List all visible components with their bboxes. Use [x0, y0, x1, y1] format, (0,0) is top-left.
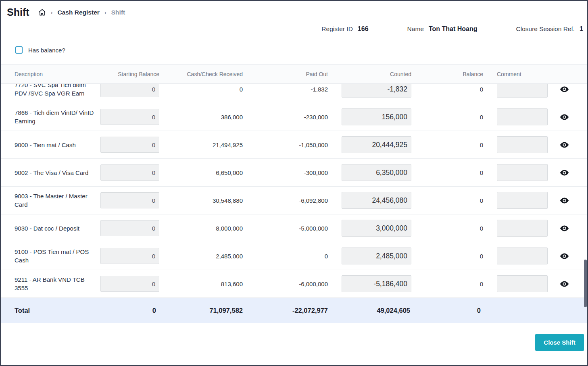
row-balance: 0: [411, 225, 483, 232]
row-description: 7866 - Tich diem VinID/ VinID Earning: [15, 108, 100, 125]
comment-input[interactable]: [497, 275, 548, 292]
view-details-button[interactable]: [559, 225, 569, 232]
table-body: 7720 - SVC Spa Tich diem PDV /SVC Spa VG…: [1, 84, 587, 298]
close-shift-button[interactable]: Close Shift: [535, 334, 584, 351]
starting-balance-input[interactable]: [100, 248, 159, 264]
counted-input[interactable]: [342, 164, 411, 181]
row-paid-out: 0: [243, 253, 328, 260]
table-row: 9100 - POS Tien mat / POS Cash 2,485,000…: [1, 242, 587, 270]
starting-balance-input[interactable]: [100, 276, 159, 292]
row-description: 9002 - The Visa / Visa Card: [15, 168, 100, 177]
comment-input[interactable]: [497, 84, 548, 98]
eye-icon: [560, 86, 569, 92]
col-comment: Comment: [483, 71, 548, 77]
counted-input[interactable]: [342, 247, 411, 264]
filter-row: Has balance?: [1, 37, 587, 64]
eye-icon: [560, 225, 569, 231]
total-cash-check-received: 71,097,582: [159, 307, 243, 314]
name-label: Name: [407, 25, 424, 33]
row-description: 9100 - POS Tien mat / POS Cash: [15, 247, 100, 264]
table-row: 9002 - The Visa / Visa Card 6,650,000 -3…: [1, 159, 587, 187]
table-row: 7720 - SVC Spa Tich diem PDV /SVC Spa VG…: [1, 84, 587, 103]
counted-input[interactable]: [342, 108, 411, 125]
row-balance: 0: [411, 253, 483, 260]
footer: Close Shift: [1, 323, 587, 351]
starting-balance-input[interactable]: [100, 220, 159, 236]
comment-input[interactable]: [497, 164, 548, 181]
row-cash-check-received: 8,000,000: [159, 225, 243, 232]
counted-input[interactable]: [342, 84, 411, 98]
breadcrumb-cash-register[interactable]: Cash Register: [58, 9, 100, 16]
closure-session-value: 1: [580, 25, 583, 33]
counted-input[interactable]: [342, 192, 411, 209]
row-balance: 0: [411, 281, 483, 287]
row-description: 9030 - Dat coc / Deposit: [15, 224, 100, 233]
table-row: 9003 - The Master / Master Card 30,548,8…: [1, 187, 587, 214]
total-starting-balance: 0: [100, 307, 159, 314]
col-paid-out: Paid Out: [243, 71, 328, 77]
titlebar: Shift › Cash Register › Shift: [1, 1, 587, 20]
row-balance: 0: [411, 141, 483, 148]
row-cash-check-received: 30,548,880: [159, 197, 243, 204]
breadcrumb-shift: Shift: [111, 9, 125, 16]
row-balance: 0: [411, 114, 483, 121]
table-row: 7866 - Tich diem VinID/ VinID Earning 38…: [1, 103, 587, 131]
counted-input[interactable]: [342, 275, 411, 292]
breadcrumb-separator-icon: ›: [51, 9, 53, 16]
row-description: 9000 - Tien mat / Cash: [15, 141, 100, 149]
row-paid-out: -1,050,000: [243, 141, 328, 148]
col-cash-check-received: Cash/Check Received: [159, 71, 243, 77]
row-paid-out: -230,000: [243, 114, 328, 121]
closure-session-label: Closure Session Ref.: [516, 25, 575, 33]
starting-balance-input[interactable]: [100, 192, 159, 208]
name-pair: Name Ton That Hoang: [407, 25, 477, 33]
has-balance-label: Has balance?: [28, 47, 65, 54]
breadcrumb-separator-icon: ›: [104, 9, 106, 16]
comment-input[interactable]: [497, 136, 548, 153]
comment-input[interactable]: [497, 192, 548, 209]
view-details-button[interactable]: [559, 113, 569, 121]
register-id-pair: Register ID 166: [321, 25, 368, 33]
counted-input[interactable]: [342, 220, 411, 237]
view-details-button[interactable]: [559, 141, 569, 149]
table-row: 9030 - Dat coc / Deposit 8,000,000 -5,00…: [1, 214, 587, 242]
comment-input[interactable]: [497, 108, 548, 125]
row-cash-check-received: 6,650,000: [159, 169, 243, 176]
starting-balance-input[interactable]: [100, 84, 159, 97]
view-details-button[interactable]: [559, 252, 569, 260]
starting-balance-input[interactable]: [100, 109, 159, 125]
comment-input[interactable]: [497, 220, 548, 237]
row-cash-check-received: 386,000: [159, 114, 243, 121]
view-details-button[interactable]: [559, 85, 569, 93]
row-balance: 0: [411, 197, 483, 204]
vertical-scrollbar-thumb[interactable]: [584, 260, 587, 307]
has-balance-checkbox[interactable]: [15, 46, 23, 54]
eye-icon: [560, 114, 569, 120]
col-starting-balance: Starting Balance: [100, 71, 159, 77]
row-balance: 0: [411, 86, 483, 93]
view-details-button[interactable]: [559, 169, 569, 177]
col-counted: Counted: [328, 71, 411, 77]
table-header: Description Starting Balance Cash/Check …: [1, 64, 587, 84]
home-icon[interactable]: [38, 8, 46, 16]
counted-input[interactable]: [342, 136, 411, 153]
closure-session-pair: Closure Session Ref. 1: [516, 25, 584, 33]
total-balance: 0: [411, 307, 483, 314]
starting-balance-input[interactable]: [100, 137, 159, 153]
name-value: Ton That Hoang: [429, 25, 477, 33]
row-paid-out: -1,832: [243, 86, 328, 93]
row-cash-check-received: 21,494,925: [159, 141, 243, 148]
row-cash-check-received: 2,485,000: [159, 253, 243, 260]
view-details-button[interactable]: [559, 280, 569, 288]
view-details-button[interactable]: [559, 197, 569, 204]
eye-icon: [560, 142, 569, 148]
row-cash-check-received: 813,600: [159, 281, 243, 287]
comment-input[interactable]: [497, 247, 548, 264]
total-label: Total: [15, 307, 100, 314]
table-row: 9211 - AR Bank VND TCB 3555 813,600 -6,0…: [1, 270, 587, 298]
total-counted: 49,024,605: [328, 307, 411, 314]
starting-balance-input[interactable]: [100, 164, 159, 181]
col-description: Description: [15, 71, 100, 77]
register-id-label: Register ID: [321, 25, 353, 33]
total-row: Total 0 71,097,582 -22,072,977 49,024,60…: [1, 298, 587, 323]
